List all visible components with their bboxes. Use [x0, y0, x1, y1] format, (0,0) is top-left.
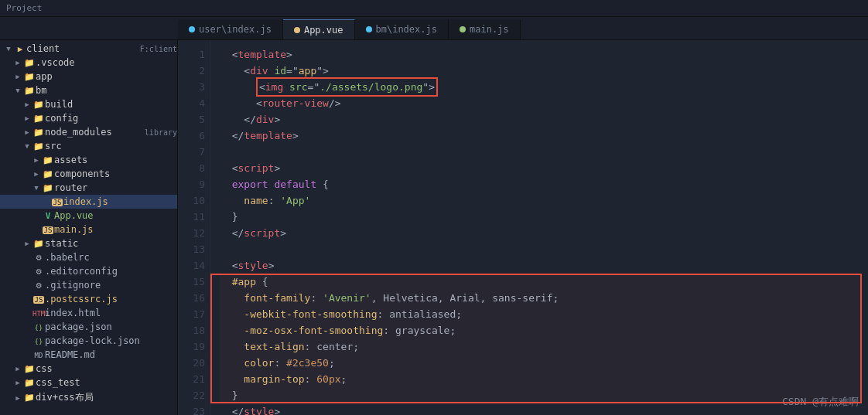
line-number-12: 12: [178, 225, 205, 241]
token: =": [286, 65, 299, 77]
sidebar-item-node_modules[interactable]: ▶📁node_moduleslibrary: [0, 125, 177, 139]
root-arrow: ▼: [3, 45, 14, 53]
token: template: [244, 130, 292, 141]
sidebar-item-app-vue[interactable]: VApp.vue: [0, 209, 177, 223]
token: font-family: [244, 292, 310, 304]
indent-space: [220, 292, 244, 304]
tab-app-vue[interactable]: App.vue: [283, 19, 355, 39]
tab-label-bm-index: bm\index.js: [376, 24, 437, 35]
folder-arrow-css-test: ▶: [12, 379, 23, 386]
token: img: [265, 81, 283, 93]
indent-space: [220, 81, 256, 93]
token: #app: [232, 276, 256, 287]
token: id: [274, 65, 286, 77]
folder-icon-css-test: 📁: [23, 378, 36, 388]
token: >: [429, 81, 435, 93]
token: />: [329, 97, 341, 109]
line-number-2: 2: [178, 63, 205, 79]
sidebar-item-assets[interactable]: ▶📁assets: [0, 153, 177, 167]
indent-space: [220, 373, 244, 385]
line-number-14: 14: [178, 257, 205, 274]
code-line-11: }: [220, 209, 862, 225]
folder-arrow-node_modules: ▶: [22, 128, 32, 136]
tab-label-user-index: user\index.js: [199, 24, 272, 35]
file-icon-index-js: JS: [51, 196, 63, 207]
sidebar-item-src[interactable]: ▼📁src: [0, 139, 177, 153]
token: ;: [341, 373, 347, 385]
file-icon-gitignore: ⚙: [32, 280, 45, 291]
sidebar-item-router[interactable]: ▼📁router: [0, 181, 177, 195]
token: ": [422, 81, 429, 93]
line-number-5: 5: [178, 111, 205, 128]
folder-icon-css: 📁: [23, 364, 36, 374]
line-number-19: 19: [178, 338, 205, 355]
line-number-13: 13: [178, 241, 205, 257]
tab-bm-index[interactable]: bm\index.js: [355, 19, 449, 39]
sidebar-item-main-js[interactable]: JSmain.js: [0, 223, 177, 236]
top-bar: Project: [0, 0, 868, 17]
sidebar-item-gitignore[interactable]: ⚙.gitignore: [0, 278, 177, 292]
sidebar-item-editorconfig[interactable]: ⚙.editorconfig: [0, 264, 177, 278]
sidebar-root[interactable]: ▼ ▶ client F:client: [0, 42, 177, 56]
token: }: [232, 389, 238, 401]
sidebar-item-package-lock[interactable]: {}package-lock.json: [0, 334, 177, 348]
sidebar-item-css[interactable]: ▶📁css: [0, 362, 177, 376]
code-line-19: text-align: center;: [220, 338, 862, 355]
sidebar-item-vscode[interactable]: ▶📁.vscode: [0, 56, 177, 70]
token: script: [238, 162, 274, 174]
folder-arrow-static: ▶: [22, 240, 32, 247]
code-line-7: [220, 144, 862, 160]
token: </: [232, 130, 244, 141]
label-bm: bm: [36, 85, 177, 96]
sidebar-item-build[interactable]: ▶📁build: [0, 97, 177, 111]
sidebar-item-static[interactable]: ▶📁static: [0, 236, 177, 250]
token: 'App': [280, 195, 310, 206]
sidebar-item-readme[interactable]: MDREADME.md: [0, 348, 177, 362]
folder-icon-config: 📁: [32, 114, 45, 124]
file-icon-main-js: JS: [42, 224, 54, 235]
tab-user-index[interactable]: user\index.js: [178, 19, 283, 39]
editor[interactable]: 123456789101112131415161718192021222324 …: [178, 40, 868, 415]
line-number-20: 20: [178, 355, 205, 371]
sidebar-item-components[interactable]: ▶📁components: [0, 167, 177, 181]
tab-main-js[interactable]: main.js: [449, 19, 521, 39]
token: =": [308, 81, 320, 93]
folder-arrow-router: ▼: [31, 184, 42, 192]
token: {: [316, 179, 329, 190]
indent-space: [220, 162, 232, 174]
sidebar-item-div-css[interactable]: ▶📁div+css布局: [0, 389, 177, 406]
folder-icon-router: 📁: [42, 183, 54, 193]
sidebar-item-index-js[interactable]: JSindex.js: [0, 195, 177, 209]
sidebar-item-index-html[interactable]: HTMLindex.html: [0, 306, 177, 320]
folder-arrow-css: ▶: [12, 365, 23, 372]
code-line-1: <template>: [220, 46, 862, 63]
line-number-16: 16: [178, 290, 205, 306]
token: : grayscale;: [383, 325, 456, 336]
folder-arrow-vscode: ▶: [12, 59, 23, 66]
code-line-22: }: [220, 387, 862, 403]
label-postcssrc: .postcssrc.js: [45, 294, 177, 304]
sidebar-item-bm[interactable]: ▼📁bm: [0, 83, 177, 97]
token: : antialiased;: [378, 308, 463, 320]
label-node_modules: node_modules: [45, 127, 142, 138]
label-src: src: [45, 141, 177, 151]
code-line-6: </template>: [220, 128, 862, 144]
token: :: [268, 195, 281, 206]
code-line-13: [220, 241, 862, 257]
token: <: [244, 65, 250, 77]
token: >: [274, 114, 280, 125]
sidebar-item-babelrc[interactable]: ⚙.babelrc: [0, 250, 177, 264]
token: 60px: [316, 373, 340, 385]
code-line-23: </style>: [220, 403, 862, 415]
code-line-5: </div>: [220, 111, 862, 128]
line-number-6: 6: [178, 128, 205, 144]
sidebar-item-config[interactable]: ▶📁config: [0, 111, 177, 125]
sidebar-item-package-json[interactable]: {}package.json: [0, 320, 177, 334]
sidebar-item-css-test[interactable]: ▶📁css_test: [0, 376, 177, 389]
tab-dot-user-index: [189, 26, 195, 32]
sidebar-item-app[interactable]: ▶📁app: [0, 70, 177, 83]
token: style: [244, 406, 274, 415]
sidebar-item-postcssrc[interactable]: JS.postcssrc.js: [0, 292, 177, 306]
tab-dot-app-vue: [294, 27, 300, 33]
code-line-18: -moz-osx-font-smoothing: grayscale;: [220, 322, 862, 338]
